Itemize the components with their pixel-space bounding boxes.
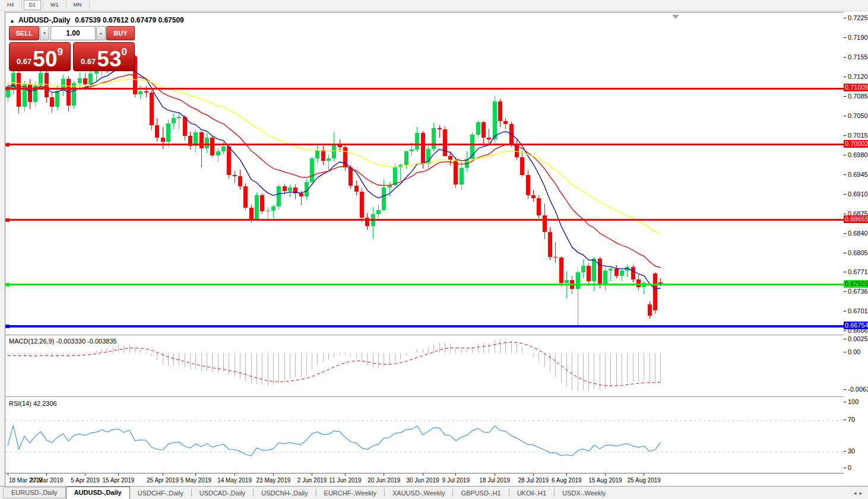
x-axis-label: 9 Jul 2019 <box>442 477 470 484</box>
sell-price-pip: 9 <box>58 46 63 58</box>
price-chart[interactable]: 18 Mar 201927 Mar 20195 Apr 201915 Apr 2… <box>5 12 844 486</box>
axis-tick-label: 0 <box>844 464 851 472</box>
axis-tick-label: 0.67010 <box>844 307 868 315</box>
axis-tick-label: 0.68050 <box>844 249 868 257</box>
price-level-badge: 0.70002 <box>844 140 868 148</box>
x-axis-label: 15 Aug 2019 <box>589 477 623 484</box>
tab-usdcad-daily[interactable]: USDCAD-,Daily <box>192 488 254 499</box>
axis-tick-label: 0.69100 <box>844 190 868 198</box>
axis-tick-label: 0.67360 <box>844 288 868 295</box>
price-axis: 0.722500.719000.715500.712000.708500.705… <box>844 12 868 485</box>
x-axis-label: 2 Jun 2019 <box>297 477 327 484</box>
chart-window[interactable]: 18 Mar 201927 Mar 20195 Apr 201915 Apr 2… <box>5 12 844 486</box>
axis-tick-label: 0.00 <box>844 348 860 356</box>
buy-price-panel[interactable]: 0.67 53 0 <box>73 42 135 71</box>
toolbar-separator <box>66 1 66 9</box>
x-axis-label: 25 Apr 2019 <box>147 477 179 484</box>
tab-scroll-right-icon[interactable]: ▸ <box>859 490 865 496</box>
axis-tick-label: 0.71550 <box>844 53 868 61</box>
macd-indicator-label: MACD(12,26,9) -0.003330 -0.003835 <box>9 338 117 345</box>
price-level-badge: 0.71005 <box>844 84 868 91</box>
tab-usdchf-daily[interactable]: USDCHF-,Daily <box>130 488 191 499</box>
axis-tick-label: 30 <box>844 447 855 455</box>
x-axis-label: 23 May 2019 <box>256 477 290 484</box>
buy-price-prefix: 0.67 <box>81 57 96 66</box>
chart-tab-bar: EURUSD-,DailyAUDUSD-,DailyUSDCHF-,DailyU… <box>0 486 868 499</box>
x-axis-label: 6 Aug 2019 <box>552 477 582 484</box>
axis-tick-label: 0.71200 <box>844 73 868 81</box>
tab-usdcnh-daily[interactable]: USDCNH-,Daily <box>254 488 315 499</box>
sell-price-panel[interactable]: 0.67 50 9 <box>9 42 71 71</box>
axis-tick-label: 100 <box>844 398 859 406</box>
collapse-trade-panel-icon[interactable]: ▲ <box>9 18 15 24</box>
toolbar-separator <box>21 1 22 9</box>
hline-handle[interactable] <box>6 143 9 147</box>
axis-tick-label: 0.72250 <box>844 14 868 22</box>
hline-handle[interactable] <box>6 325 9 328</box>
axis-tick-label: 70 <box>844 416 855 424</box>
tab-scroll-arrows[interactable]: ◂▸ <box>854 490 865 496</box>
trade-prices-row: 0.67 50 9 0.67 53 0 <box>9 42 135 71</box>
x-axis-label: 14 May 2019 <box>217 477 252 484</box>
volume-input[interactable] <box>50 26 96 40</box>
timeframe-button-mn[interactable]: MN <box>68 0 87 10</box>
tab-eurusd-daily[interactable]: EURUSD-,Daily <box>3 487 66 498</box>
axis-tick-label: 0.70500 <box>844 112 868 120</box>
sell-button[interactable]: SELL <box>9 26 39 40</box>
axis-tick-label: 0.67710 <box>844 268 868 276</box>
axis-tick-label: 0.69800 <box>844 151 868 159</box>
timeframe-button-d1[interactable]: D1 <box>24 0 42 10</box>
buy-button[interactable]: BUY <box>106 26 135 40</box>
axis-tick-label: 0.70850 <box>844 93 868 100</box>
x-axis-label: 11 Jun 2019 <box>329 477 362 484</box>
x-axis-label: 18 Jul 2019 <box>479 477 510 484</box>
axis-tick-label: 0.002574 <box>844 335 868 343</box>
price-level-badge: 0.66754 <box>844 322 868 329</box>
x-axis-label: 5 May 2019 <box>180 477 212 484</box>
x-axis-label: 27 Mar 2019 <box>30 477 64 484</box>
tab-ukoil-h1[interactable]: UKOil-,H1 <box>509 488 555 499</box>
volume-dropdown-button[interactable]: ▼ <box>40 26 49 40</box>
axis-tick-label: 0.71900 <box>844 34 868 42</box>
trade-controls-row: SELL ▼ ▲ BUY <box>9 26 135 40</box>
price-level-badge: 0.67501 <box>844 280 868 288</box>
buy-price-big: 53 <box>97 50 121 68</box>
chart-symbol-label: AUDUSD-,Daily <box>18 16 70 24</box>
toolbar-separator <box>89 1 90 9</box>
x-axis-label: 5 Apr 2019 <box>71 477 100 484</box>
axis-tick-label: -0.006326 <box>844 386 868 393</box>
hline-handle[interactable] <box>6 87 9 90</box>
chart-ohlc-values: 0.67539 0.67612 0.67479 0.67509 <box>75 16 184 24</box>
x-axis-label: 30 Jun 2019 <box>406 477 439 484</box>
trading-terminal: { "toolbar": { "timeframes": [ {"label":… <box>0 0 868 499</box>
chart-title: ▲AUDUSD-,Daily0.67539 0.67612 0.67479 0.… <box>9 16 184 24</box>
axis-tick-label: 0.70150 <box>844 132 868 139</box>
timeframe-button-w1[interactable]: W1 <box>45 0 64 10</box>
tab-eurchf-weekly[interactable]: EURCHF-,Weekly <box>316 488 384 499</box>
hline-handle[interactable] <box>6 218 9 222</box>
sell-price-prefix: 0.67 <box>17 57 31 66</box>
toolbar-separator <box>43 1 43 9</box>
hline-handle[interactable] <box>6 283 9 287</box>
volume-up-button[interactable]: ▲ <box>96 26 106 40</box>
one-click-trading-panel: SELL ▼ ▲ BUY 0.67 50 9 0.67 53 0 <box>9 26 135 71</box>
timeframe-toolbar: H4D1W1MN <box>0 0 868 11</box>
tab-audusd-daily[interactable]: AUDUSD-,Daily <box>66 487 130 499</box>
buy-price-pip: 0 <box>122 46 127 58</box>
axis-tick-label: 0.69450 <box>844 171 868 179</box>
sell-price-big: 50 <box>33 50 57 68</box>
x-axis-label: 20 Jun 2019 <box>368 477 400 484</box>
tab-gbpusd-h1[interactable]: GBPUSD-,H1 <box>453 488 508 499</box>
x-axis-label: 15 Apr 2019 <box>102 477 134 484</box>
price-level-badge: 0.68655 <box>844 215 868 223</box>
axis-tick-label: 0.68400 <box>844 230 868 237</box>
rsi-indicator-label: RSI(14) 42.2306 <box>9 400 57 407</box>
tab-usdx-weekly[interactable]: USDX-,Weekly <box>555 488 613 499</box>
timeframe-button-h4[interactable]: H4 <box>2 0 20 10</box>
x-axis-label: 25 Aug 2019 <box>628 477 661 484</box>
tab-xauusd-weekly[interactable]: XAUUSD-,Weekly <box>385 488 452 499</box>
x-axis-label: 28 Jul 2019 <box>518 477 549 484</box>
